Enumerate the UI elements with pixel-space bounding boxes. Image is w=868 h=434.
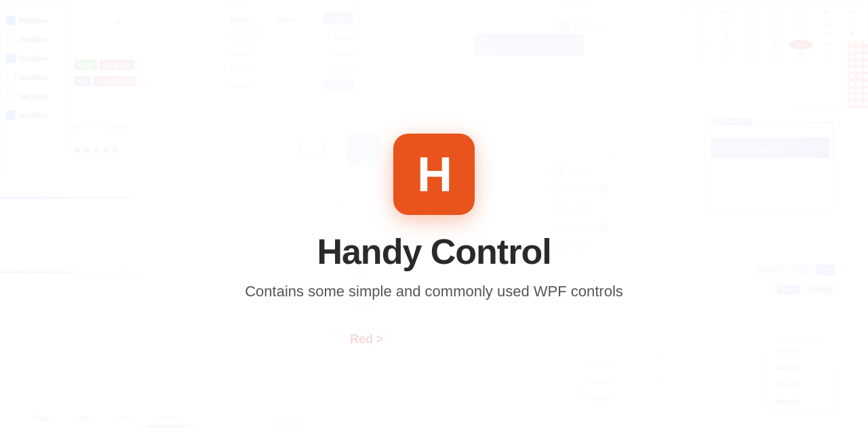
center-content: H Handy Control Contains some simple and…: [0, 0, 868, 434]
main-title: Handy Control: [317, 231, 551, 272]
subtitle: Contains some simple and commonly used W…: [245, 283, 623, 300]
logo-letter: H: [417, 150, 451, 199]
logo-container: H: [393, 134, 475, 215]
logo-box: H: [393, 134, 475, 215]
